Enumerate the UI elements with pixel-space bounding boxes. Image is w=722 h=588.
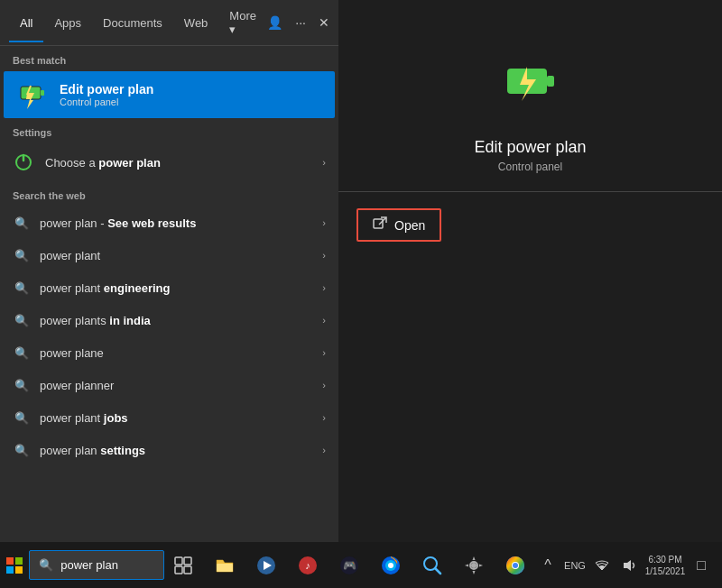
web-item-2[interactable]: 🔍 power plant engineering ›: [0, 271, 338, 304]
search-icon-7: 🔍: [13, 441, 31, 459]
search-menu: All Apps Documents Web More ▾ 👤 ··· ✕: [0, 0, 722, 542]
settings-item-text: Choose a power plan: [45, 156, 161, 170]
right-panel-title: Edit power plan: [474, 138, 586, 157]
ellipsis-icon[interactable]: ···: [295, 15, 306, 30]
svg-rect-9: [374, 219, 383, 228]
right-panel-divider: [338, 191, 722, 192]
web-item-7[interactable]: 🔍 power plan settings ›: [0, 434, 338, 466]
svg-marker-37: [624, 560, 631, 571]
svg-rect-18: [184, 566, 191, 574]
search-icon-2: 🔍: [13, 279, 31, 297]
tray-clock[interactable]: 6:30 PM 1/15/2021: [643, 542, 688, 588]
best-match-text: Edit power plan Control panel: [60, 82, 153, 107]
settings-icon[interactable]: [455, 542, 493, 588]
best-match-title: Edit power plan: [60, 82, 153, 96]
right-panel-subtitle: Control panel: [498, 161, 562, 173]
svg-line-30: [435, 568, 440, 574]
svg-point-32: [471, 563, 477, 568]
open-button-wrapper: Open: [338, 208, 722, 242]
right-panel-icon: [502, 54, 560, 124]
tab-all[interactable]: All: [9, 4, 43, 42]
tray-notification[interactable]: □: [688, 542, 715, 588]
taskbar-search-text: power plan: [60, 558, 118, 572]
windows-logo-icon: [6, 557, 23, 574]
best-match-subtitle: Control panel: [60, 96, 153, 107]
web-item-3[interactable]: 🔍 power plants in india ›: [0, 304, 338, 336]
web-item-5[interactable]: 🔍 power planner ›: [0, 369, 338, 401]
tabs-left: All Apps Documents Web More ▾: [9, 0, 267, 49]
web-item-4[interactable]: 🔍 power plane ›: [0, 336, 338, 369]
right-panel: Edit power plan Control panel Open: [338, 0, 722, 542]
web-search-label: Search the web: [0, 181, 338, 207]
firefox-icon[interactable]: [372, 542, 410, 588]
tray-icon-kb[interactable]: ENG: [561, 542, 588, 588]
svg-point-28: [388, 563, 393, 568]
settings-item[interactable]: Choose a power plan ›: [0, 143, 338, 181]
svg-marker-3: [26, 93, 34, 109]
task-view-icon[interactable]: [164, 542, 202, 588]
svg-text:♪: ♪: [305, 560, 310, 571]
search-icon-1: 🔍: [13, 246, 31, 264]
svg-point-36: [513, 563, 518, 568]
tab-apps[interactable]: Apps: [43, 4, 92, 42]
best-match-item[interactable]: Edit power plan Control panel: [4, 71, 335, 118]
svg-rect-19: [217, 564, 233, 572]
best-match-icon: [16, 78, 49, 111]
svg-text:🎮: 🎮: [343, 558, 356, 572]
search-icon-3: 🔍: [13, 311, 31, 329]
svg-rect-1: [41, 90, 44, 96]
web-item-1[interactable]: 🔍 power plant ›: [0, 239, 338, 271]
open-label: Open: [394, 218, 425, 233]
file-explorer-icon[interactable]: [206, 542, 244, 588]
chrome-icon[interactable]: [496, 542, 534, 588]
settings-label: Settings: [0, 118, 338, 143]
tab-more[interactable]: More ▾: [218, 0, 267, 49]
winamp-icon[interactable]: ♪: [289, 542, 327, 588]
taskbar-icons: ♪ 🎮: [164, 542, 534, 588]
open-button[interactable]: Open: [356, 208, 441, 242]
svg-rect-7: [547, 76, 554, 87]
taskbar: 🔍 power plan: [0, 542, 722, 588]
taskbar-tray: ^ ENG 6:30 PM 1/15/2021 □: [534, 542, 722, 588]
svg-rect-16: [184, 557, 191, 565]
tray-icon-volume[interactable]: [616, 542, 643, 588]
web-item-0[interactable]: 🔍 power plan - See web results ›: [0, 207, 338, 239]
svg-rect-12: [15, 557, 23, 565]
tray-icon-up[interactable]: ^: [534, 542, 561, 588]
start-button[interactable]: [0, 542, 29, 588]
settings-power-icon: [13, 152, 34, 173]
search-icon-6: 🔍: [13, 409, 31, 427]
taskbar-search-icon: 🔍: [39, 558, 53, 572]
tab-documents[interactable]: Documents: [92, 4, 173, 42]
left-panel: All Apps Documents Web More ▾ 👤 ··· ✕: [0, 0, 338, 542]
web-item-6[interactable]: 🔍 power plant jobs ›: [0, 401, 338, 434]
close-icon[interactable]: ✕: [319, 15, 329, 30]
search-icon-4: 🔍: [13, 344, 31, 362]
best-match-label: Best match: [0, 46, 338, 71]
taskbar-search-bar[interactable]: 🔍 power plan: [29, 550, 164, 580]
svg-rect-15: [175, 557, 182, 565]
tab-web[interactable]: Web: [173, 4, 219, 42]
media-player-icon[interactable]: [247, 542, 285, 588]
search-browser-icon[interactable]: [413, 542, 451, 588]
tabs-actions: 👤 ··· ✕: [267, 15, 329, 30]
tabs-bar: All Apps Documents Web More ▾ 👤 ··· ✕: [0, 0, 338, 46]
svg-rect-11: [6, 557, 14, 565]
search-icon-5: 🔍: [13, 376, 31, 394]
tray-icon-wifi[interactable]: [588, 542, 616, 588]
open-icon: [373, 216, 387, 234]
svg-rect-17: [175, 566, 182, 574]
settings-item-chevron: ›: [322, 157, 326, 168]
svg-rect-13: [6, 566, 14, 574]
game-icon[interactable]: 🎮: [330, 542, 368, 588]
search-icon-0: 🔍: [13, 214, 31, 232]
svg-rect-14: [15, 566, 23, 574]
person-icon[interactable]: 👤: [267, 15, 282, 30]
